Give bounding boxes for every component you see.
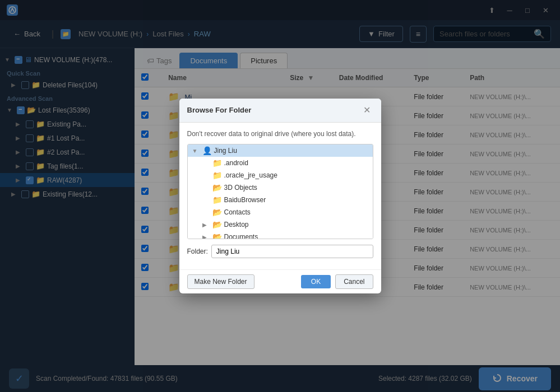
- tree-item-oracle[interactable]: 📁 .oracle_jre_usage: [188, 169, 373, 181]
- tree-item-contacts[interactable]: 📂 Contacts: [188, 206, 373, 218]
- folder-icon: 📁: [212, 171, 222, 180]
- tree-expand-icon: ▶: [202, 234, 210, 240]
- folder-tree[interactable]: ▼ 👤 Jing Liu 📁 .android 📁 .oracle_jre_us…: [187, 144, 373, 239]
- tree-item-android[interactable]: 📁 .android: [188, 157, 373, 169]
- ok-button[interactable]: OK: [301, 275, 331, 288]
- folder-icon: 📁: [212, 195, 222, 204]
- folder-special-icon: 📂: [212, 220, 222, 229]
- dialog-overlay: Browse For Folder ✕ Don't recover data t…: [0, 0, 560, 392]
- dialog-header: Browse For Folder ✕: [179, 99, 381, 123]
- tree-desktop-label: Desktop: [224, 221, 368, 228]
- tree-expand-icon: ▶: [202, 222, 210, 228]
- folder-label: Folder:: [187, 248, 208, 255]
- dialog-warning: Don't recover data to original drive (wh…: [187, 129, 373, 139]
- dialog-footer: Make New Folder OK Cancel: [179, 269, 381, 293]
- tree-item-baidu[interactable]: 📁 BaiduBrowser: [188, 194, 373, 206]
- user-icon: 👤: [202, 146, 212, 155]
- tree-item-documents[interactable]: ▶ 📂 Documents: [188, 231, 373, 239]
- tree-item-3d[interactable]: 📂 3D Objects: [188, 181, 373, 194]
- folder-special-icon: 📂: [212, 183, 222, 192]
- tree-item-desktop[interactable]: ▶ 📂 Desktop: [188, 218, 373, 231]
- tree-contacts-label: Contacts: [224, 208, 368, 216]
- dialog-title: Browse For Folder: [187, 106, 252, 114]
- folder-special-icon: 📂: [212, 208, 222, 217]
- folder-input[interactable]: [211, 245, 373, 258]
- tree-3d-label: 3D Objects: [224, 184, 368, 192]
- dialog-body: Don't recover data to original drive (wh…: [179, 123, 381, 270]
- tree-documents-label: Documents: [224, 233, 368, 239]
- folder-special-icon: 📂: [212, 232, 222, 239]
- folder-icon: 📁: [212, 158, 222, 167]
- folder-row: Folder:: [187, 245, 373, 258]
- tree-oracle-label: .oracle_jre_usage: [224, 171, 368, 179]
- tree-android-label: .android: [224, 159, 368, 167]
- make-new-folder-button[interactable]: Make New Folder: [187, 274, 254, 289]
- tree-baidu-label: BaiduBrowser: [224, 196, 368, 204]
- tree-item-root-user[interactable]: ▼ 👤 Jing Liu: [188, 144, 373, 157]
- tree-root-label: Jing Liu: [214, 147, 368, 155]
- browse-folder-dialog: Browse For Folder ✕ Don't recover data t…: [179, 99, 381, 294]
- dialog-close-button[interactable]: ✕: [361, 104, 373, 116]
- tree-expand-icon: ▼: [192, 148, 200, 154]
- cancel-button[interactable]: Cancel: [335, 274, 373, 289]
